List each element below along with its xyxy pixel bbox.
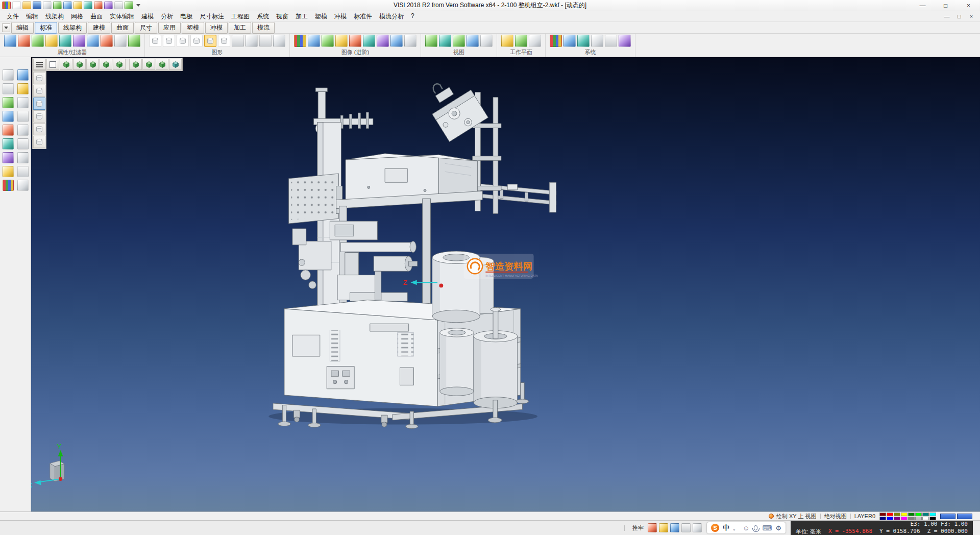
layer-filter-icon[interactable] [33,85,45,97]
undo-icon[interactable] [74,2,82,9]
compare-icon[interactable] [349,35,361,47]
extend-icon[interactable] [17,125,29,136]
layer-active-icon[interactable] [33,98,45,110]
child-close-button[interactable]: × [966,13,977,20]
help-icon[interactable] [125,2,133,9]
grid-settings-icon[interactable] [591,35,603,47]
ribbon-tab[interactable]: 冲模 [205,22,228,34]
filter-curves-icon[interactable] [32,35,44,47]
filter-points-icon[interactable] [4,35,16,47]
ime-toolbox-icon[interactable]: ⚙ [775,524,781,532]
ribbon-tab[interactable]: 模流 [252,22,275,34]
plane-display-icon[interactable] [619,35,631,47]
palette-color[interactable] [887,517,893,520]
ime-emoji-icon[interactable]: ☺ [743,524,749,532]
attr-color-icon[interactable] [73,35,85,47]
zoom-icon[interactable] [17,69,29,81]
filter-surfaces-icon[interactable] [45,35,58,47]
snap-point-icon[interactable] [3,83,14,94]
workplane-align-icon[interactable] [515,35,527,47]
ribbon-tab[interactable]: 标准 [35,22,57,34]
view-cube-top-icon[interactable] [113,59,126,70]
palette-color[interactable] [929,513,936,516]
ime-language-toggle[interactable]: 中 [723,523,729,532]
ribbon-tab[interactable]: 曲面 [111,22,134,34]
print-icon[interactable] [43,2,52,9]
open-file-icon[interactable] [22,2,31,9]
view-cube-iso2-icon[interactable] [156,59,168,70]
measure-icon[interactable] [335,35,348,47]
view-top-icon[interactable] [439,35,451,47]
palette-color[interactable] [887,513,893,516]
layer-hide-icon[interactable] [33,110,45,123]
shaded-icon[interactable] [163,35,175,47]
info-status-icon[interactable] [670,523,679,532]
view-cube-front-icon[interactable] [60,59,72,70]
ime-logo-icon[interactable]: S [711,524,719,532]
menu-item[interactable]: 网格 [67,11,87,22]
explode-icon[interactable] [17,166,29,177]
layers-icon[interactable] [3,138,14,150]
palette-icon[interactable] [3,180,14,191]
sketch-icon[interactable] [17,83,29,94]
transparency-view-icon[interactable] [218,35,230,47]
export-icon[interactable] [63,2,72,9]
ime-microphone-icon[interactable] [754,525,757,530]
view-iso-icon[interactable] [467,35,479,47]
settings-icon[interactable] [17,180,29,191]
ribbon-tab[interactable]: 加工 [229,22,251,34]
view-menu-icon[interactable] [33,59,46,70]
view-side-icon[interactable] [453,35,465,47]
color-palette-icon[interactable] [550,35,562,47]
child-minimize-button[interactable]: — [941,13,952,20]
ribbon-tab[interactable]: 塑模 [182,22,204,34]
menu-item[interactable]: 标准件 [350,11,376,22]
palette-color[interactable] [915,513,922,516]
globe-icon[interactable] [577,35,590,47]
menu-item[interactable]: 塑模 [311,11,331,22]
copy-icon[interactable] [104,2,113,9]
palette-color[interactable] [879,517,886,520]
filter-lines-icon[interactable] [18,35,30,47]
offset-icon[interactable] [17,111,29,122]
viewport[interactable]: Z Y X 智造资料网 INTELLIGE [31,57,980,512]
menu-item[interactable]: 加工 [292,11,311,22]
ime-punctuation-toggle[interactable]: 。 [733,524,739,532]
view-cube-iso1-icon[interactable] [142,59,155,70]
measure-tool-icon[interactable] [3,152,14,163]
properties-icon[interactable] [17,138,29,150]
menu-item[interactable]: 实体编辑 [106,11,138,22]
menu-item[interactable]: ? [407,11,418,22]
mirror-icon[interactable] [3,111,14,122]
menu-item[interactable]: 文件 [3,11,22,22]
capture-image-icon[interactable] [390,35,403,47]
palette-color[interactable] [929,517,936,520]
ribbon-tab[interactable]: 编辑 [11,22,34,34]
pan-view-icon[interactable] [259,35,272,47]
palette-color[interactable] [901,517,908,520]
trim-icon[interactable] [3,125,14,136]
view-front-icon[interactable] [425,35,437,47]
paste-icon[interactable] [114,2,123,9]
layer-indicator[interactable]: LAYER0 [854,513,875,519]
menu-item[interactable]: 建模 [138,11,157,22]
attr-line-type-icon[interactable] [101,35,113,47]
menu-item[interactable]: 线架构 [42,11,67,22]
menu-item[interactable]: 分析 [157,11,177,22]
section-view-icon[interactable] [308,35,320,47]
absolute-view-label[interactable]: 绝对视图 [824,513,847,520]
ribbon-tab[interactable]: 线架构 [58,22,87,34]
lock-label[interactable]: 拴牢 [632,524,644,532]
palette-color[interactable] [915,517,922,520]
menu-item[interactable]: 系统 [253,11,273,22]
close-button[interactable]: × [957,0,980,11]
view-cube-bottom-icon[interactable] [129,59,142,70]
import-icon[interactable] [53,2,62,9]
workplane-xy-icon[interactable] [501,35,513,47]
palette-color[interactable] [908,517,915,520]
ribbon-tab[interactable]: 应用 [158,22,181,34]
ribbon-tab[interactable]: 尺寸 [135,22,157,34]
attr-line-width-icon[interactable] [114,35,127,47]
palette-color[interactable] [908,513,915,516]
workplane-custom-icon[interactable] [529,35,541,47]
